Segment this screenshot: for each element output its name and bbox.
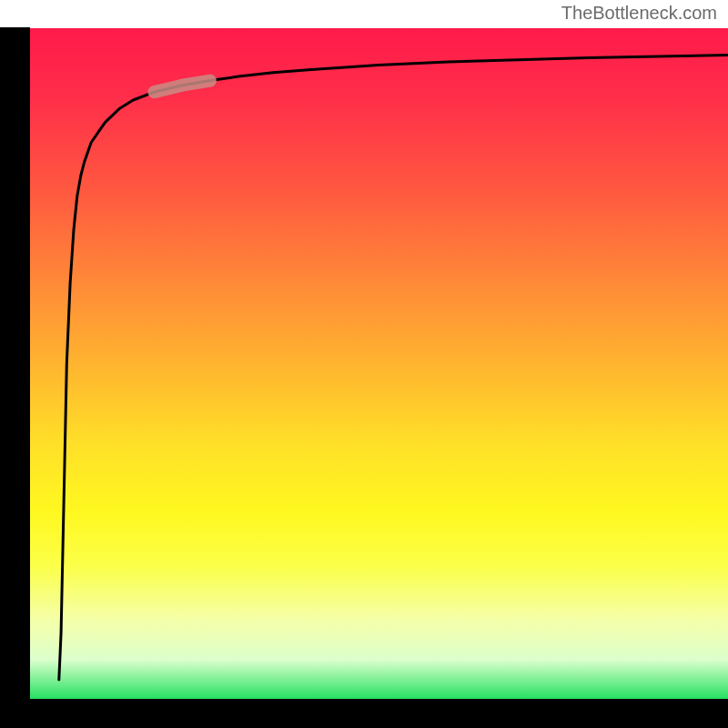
chart-container [0,0,728,728]
plot-gradient-background [28,28,728,700]
y-axis [0,27,30,701]
watermark-text: TheBottleneck.com [561,3,717,24]
x-axis [0,699,728,728]
